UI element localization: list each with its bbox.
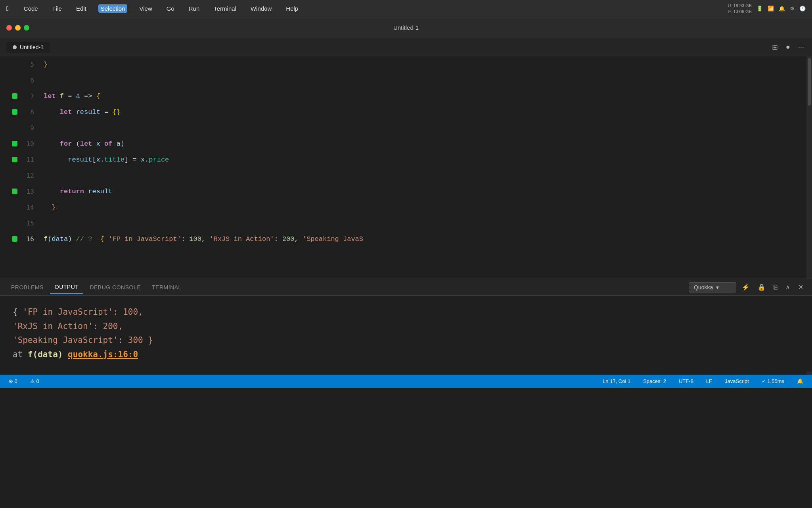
close-panel-icon[interactable]: ✕ [796, 282, 806, 292]
breakpoint-dot-active [12, 189, 17, 194]
line-numbers: 5 6 7 8 9 10 11 12 13 14 15 16 [20, 56, 40, 279]
bell-icon: 🔔 [797, 378, 803, 384]
tab-actions: ⊞ ● ··· [770, 41, 806, 53]
tab-dot [13, 45, 17, 49]
breakpoint-11[interactable] [0, 152, 20, 167]
line-col-label: Ln 17, Col 1 [603, 378, 630, 384]
line-num-7: 7 [20, 88, 40, 104]
panel: PROBLEMS OUTPUT DEBUG CONSOLE TERMINAL Q… [0, 279, 812, 375]
code-line-7: let f = a => { [44, 88, 806, 104]
language-label: JavaScript [725, 378, 749, 384]
memory-used: U: 18.93 GB [728, 3, 752, 8]
menu-window[interactable]: Window [248, 4, 274, 13]
breakpoint-dot-active [12, 157, 17, 162]
close-button[interactable] [6, 25, 12, 31]
title-bar: Untitled-1 [0, 17, 812, 38]
control-center-icon: ⚙ [790, 6, 795, 12]
tab-output[interactable]: OUTPUT [50, 281, 84, 294]
split-editor-icon[interactable]: ⊞ [770, 41, 779, 53]
tab-terminal[interactable]: TERMINAL [147, 281, 186, 294]
encoding[interactable]: UTF-8 [676, 377, 696, 385]
menu-terminal[interactable]: Terminal [211, 4, 239, 13]
warnings-status[interactable]: ⚠ 0 [28, 377, 42, 385]
apple-logo:  [6, 5, 9, 12]
copy-icon[interactable]: ⎘ [771, 282, 780, 292]
breakpoint-14 [0, 199, 20, 215]
editor-container: 5 6 7 8 9 10 11 12 13 14 15 16 } let f =… [0, 56, 812, 279]
menu-file[interactable]: File [50, 4, 64, 13]
errors-status[interactable]: ⊗ 0 [6, 377, 20, 385]
notification-icon: 🔔 [779, 6, 785, 12]
code-line-9 [44, 120, 806, 136]
notifications-bell[interactable]: 🔔 [795, 377, 806, 385]
code-area[interactable]: } let f = a => { let result = {} for (le… [40, 56, 806, 279]
line-num-16: 16 [20, 231, 40, 247]
indentation[interactable]: Spaces: 2 [641, 377, 668, 385]
breakpoint-8[interactable] [0, 104, 20, 120]
output-line-3: 'Speaking JavaScript': 300 } [13, 333, 799, 348]
quokka-dropdown[interactable]: Quokka ▾ [689, 282, 736, 292]
code-line-6 [44, 72, 806, 88]
menu-help[interactable]: Help [283, 4, 301, 13]
panel-scrollbar[interactable] [806, 371, 812, 375]
line-num-15: 15 [20, 215, 40, 231]
lock-icon[interactable]: 🔒 [755, 282, 768, 292]
menu-run[interactable]: Run [186, 4, 202, 13]
code-line-16: f(data) // ? { 'FP in JavaScript': 100, … [44, 231, 806, 247]
code-line-8: let result = {} [44, 104, 806, 120]
panel-controls: Quokka ▾ ⚡ 🔒 ⎘ ∧ ✕ [689, 282, 806, 292]
line-num-8: 8 [20, 104, 40, 120]
unsaved-dot-icon: ● [784, 41, 792, 53]
timing-label: ✓ 1.55ms [762, 378, 784, 384]
editor-scrollbar[interactable] [806, 56, 812, 279]
minimize-button[interactable] [15, 25, 21, 31]
menu-code[interactable]: Code [21, 4, 40, 13]
output-line-1: { 'FP in JavaScript': 100, [13, 305, 799, 319]
wifi-icon: 📶 [768, 6, 774, 12]
cursor-position[interactable]: Ln 17, Col 1 [600, 377, 633, 385]
time-icon: 🕐 [799, 6, 806, 12]
editor-tab[interactable]: Untitled-1 [6, 42, 50, 53]
breakpoint-10[interactable] [0, 136, 20, 152]
quokka-timing[interactable]: ✓ 1.55ms [759, 377, 787, 385]
menu-view[interactable]: View [137, 4, 154, 13]
tab-bar: Untitled-1 ⊞ ● ··· [0, 38, 812, 56]
breakpoint-dot-active [12, 236, 17, 242]
breakpoint-dot-active [12, 93, 17, 99]
breakpoint-6 [0, 72, 20, 88]
more-actions-icon[interactable]: ··· [797, 41, 806, 53]
breakpoint-16[interactable] [0, 231, 20, 247]
maximize-button[interactable] [24, 25, 29, 31]
menu-edit[interactable]: Edit [74, 4, 89, 13]
breakpoint-9 [0, 120, 20, 136]
breakpoint-12 [0, 167, 20, 183]
language-mode[interactable]: JavaScript [722, 377, 751, 385]
tab-problems[interactable]: PROBLEMS [6, 281, 48, 294]
menu-selection[interactable]: Selection [98, 4, 128, 13]
eol-label: LF [706, 378, 712, 384]
window-title: Untitled-1 [393, 24, 419, 31]
breakpoint-13[interactable] [0, 183, 20, 199]
code-line-12 [44, 167, 806, 183]
filter-icon[interactable]: ⚡ [739, 282, 752, 292]
tab-debug-console[interactable]: DEBUG CONSOLE [85, 281, 146, 294]
dropdown-chevron-icon: ▾ [716, 284, 719, 291]
menu-go[interactable]: Go [164, 4, 177, 13]
dropdown-label: Quokka [694, 284, 713, 291]
line-num-11: 11 [20, 152, 40, 167]
breakpoint-dot-active [12, 109, 17, 115]
menu-bar:  Code File Edit Selection View Go Run T… [0, 0, 812, 17]
eol-sequence[interactable]: LF [704, 377, 714, 385]
line-num-12: 12 [20, 167, 40, 183]
status-bar: ⊗ 0 ⚠ 0 Ln 17, Col 1 Spaces: 2 UTF-8 LF … [0, 375, 812, 388]
traffic-lights [6, 25, 29, 31]
battery-icon: 🔋 [756, 6, 763, 12]
scrollbar-thumb[interactable] [808, 58, 811, 106]
line-num-10: 10 [20, 136, 40, 152]
line-num-14: 14 [20, 199, 40, 215]
breakpoint-gutter [0, 56, 20, 279]
chevron-up-icon[interactable]: ∧ [783, 282, 793, 292]
tab-label: Untitled-1 [20, 44, 44, 50]
output-line-4: at f(data) quokka.js:16:0 [13, 348, 799, 362]
breakpoint-7[interactable] [0, 88, 20, 104]
